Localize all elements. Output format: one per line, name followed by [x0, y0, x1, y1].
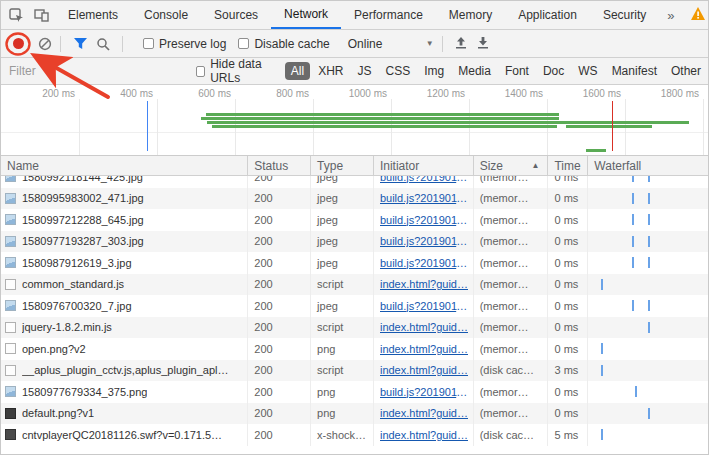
tab-elements[interactable]: Elements	[55, 1, 131, 29]
initiator-link[interactable]: index.html?guid…	[380, 343, 468, 355]
cell-name: 1580977679334_375.png	[1, 381, 247, 403]
hide-data-urls-checkbox[interactable]: Hide data URLs	[196, 57, 278, 85]
column-header-type[interactable]: Type	[310, 156, 373, 175]
filter-type-manifest[interactable]: Manifest	[606, 62, 663, 80]
waterfall-bar	[648, 300, 650, 311]
search-button[interactable]	[92, 37, 114, 51]
tab-network[interactable]: Network	[271, 1, 341, 29]
image-file-icon	[5, 193, 16, 204]
column-header-initiator[interactable]: Initiator	[373, 156, 473, 175]
cell-initiator: index.html?guid…	[373, 338, 473, 360]
grid-header: NameStatusTypeInitiatorSize▲TimeWaterfal…	[1, 156, 708, 176]
filter-type-xhr[interactable]: XHR	[312, 62, 349, 80]
filter-type-ws[interactable]: WS	[572, 62, 603, 80]
tab-application[interactable]: Application	[505, 1, 590, 29]
warning-icon[interactable]	[690, 6, 706, 25]
ruler-tick-label: 1400 ms	[483, 88, 543, 99]
tab-console[interactable]: Console	[131, 1, 201, 29]
table-row[interactable]: cntvplayerQC20181126.swf?v=0.171.5…200x-…	[1, 424, 708, 446]
filter-toggle-button[interactable]	[69, 37, 92, 50]
table-row[interactable]: 1580976700320_7.jpg200jpegbuild.js?20190…	[1, 295, 708, 317]
cell-type: jpeg	[310, 231, 373, 253]
clear-button[interactable]	[38, 37, 52, 51]
cell-waterfall	[587, 274, 708, 296]
waterfall-bar	[648, 193, 650, 204]
cell-size: (memor…	[473, 381, 548, 403]
chevron-down-icon: ▼	[426, 39, 434, 48]
funnel-icon	[73, 37, 88, 50]
initiator-link[interactable]: index.html?guid…	[380, 407, 468, 419]
filter-type-font[interactable]: Font	[499, 62, 535, 80]
column-header-size[interactable]: Size▲	[473, 156, 548, 175]
filter-input[interactable]	[9, 64, 164, 78]
network-overview[interactable]: 200 ms400 ms600 ms800 ms1000 ms1200 ms14…	[1, 85, 708, 156]
overview-bar	[201, 117, 559, 120]
column-header-time[interactable]: Time	[547, 156, 587, 175]
checkbox-box[interactable]	[196, 66, 205, 77]
filter-type-other[interactable]: Other	[665, 62, 707, 80]
table-row[interactable]: open.png?v2200pngindex.html?guid…(memor……	[1, 338, 708, 360]
cell-name: 1580992118144_425.jpg	[1, 176, 247, 188]
disable-cache-checkbox[interactable]: Disable cache	[238, 37, 329, 51]
waterfall-bar	[632, 176, 634, 182]
tab-memory[interactable]: Memory	[436, 1, 505, 29]
column-header-waterfall[interactable]: Waterfall	[587, 156, 708, 175]
throttling-dropdown[interactable]: Online ▼	[348, 37, 434, 51]
initiator-link[interactable]: build.js?2019011…	[380, 300, 473, 312]
image-file-icon	[5, 386, 16, 397]
initiator-link[interactable]: build.js?2019011…	[380, 176, 473, 183]
cell-name: 1580997212288_645.jpg	[1, 209, 247, 231]
initiator-link[interactable]: index.html?guid…	[380, 321, 468, 333]
table-row[interactable]: jquery-1.8.2.min.js200scriptindex.html?g…	[1, 317, 708, 339]
cell-waterfall	[587, 360, 708, 382]
toggle-device-toolbar-icon[interactable]	[34, 8, 49, 22]
cell-initiator: index.html?guid…	[373, 360, 473, 382]
table-row[interactable]: __aplus_plugin_cctv.js,aplus_plugin_apl……	[1, 360, 708, 382]
waterfall-bar	[601, 429, 603, 440]
column-header-status[interactable]: Status	[247, 156, 310, 175]
tab-sources[interactable]: Sources	[201, 1, 271, 29]
ruler-tick-label: 1600 ms	[561, 88, 621, 99]
table-row[interactable]: 1580977679334_375.png200pngbuild.js?2019…	[1, 381, 708, 403]
record-button[interactable]	[13, 38, 24, 49]
tab-security[interactable]: Security	[590, 1, 659, 29]
filter-type-img[interactable]: Img	[418, 62, 450, 80]
table-row[interactable]: 1580977193287_303.jpg200jpegbuild.js?201…	[1, 231, 708, 253]
initiator-link[interactable]: build.js?2019011…	[380, 192, 473, 204]
column-header-name[interactable]: Name	[1, 156, 247, 175]
initiator-link[interactable]: index.html?guid…	[380, 278, 468, 290]
table-row[interactable]: common_standard.js200scriptindex.html?gu…	[1, 274, 708, 296]
filter-type-media[interactable]: Media	[452, 62, 497, 80]
initiator-link[interactable]: build.js?2019011…	[380, 386, 473, 398]
cell-type: jpeg	[310, 188, 373, 210]
inspect-element-icon[interactable]	[9, 8, 24, 23]
preserve-log-checkbox[interactable]: Preserve log	[143, 37, 226, 51]
tab-performance[interactable]: Performance	[341, 1, 436, 29]
cell-type: jpeg	[310, 209, 373, 231]
filter-type-css[interactable]: CSS	[380, 62, 417, 80]
initiator-link[interactable]: index.html?guid…	[380, 364, 468, 376]
initiator-link[interactable]: build.js?2019011…	[380, 257, 473, 269]
table-row[interactable]: 1580997212288_645.jpg200jpegbuild.js?201…	[1, 209, 708, 231]
table-row[interactable]: 1580992118144_425.jpg200jpegbuild.js?201…	[1, 176, 708, 188]
initiator-link[interactable]: build.js?2019011…	[380, 235, 473, 247]
cell-size: (memor…	[473, 295, 548, 317]
overview-bar	[212, 125, 557, 128]
import-har-button[interactable]	[455, 36, 467, 52]
initiator-link[interactable]: index.html?guid…	[380, 429, 468, 441]
filter-type-js[interactable]: JS	[352, 62, 378, 80]
ruler-gridline	[703, 99, 704, 155]
initiator-link[interactable]: build.js?2019011…	[380, 214, 473, 226]
export-har-button[interactable]	[477, 36, 489, 52]
checkbox-box[interactable]	[143, 38, 154, 49]
table-row[interactable]: 1580995983002_471.jpg200jpegbuild.js?201…	[1, 188, 708, 210]
filter-type-doc[interactable]: Doc	[537, 62, 570, 80]
tab-bar: ElementsConsoleSourcesNetworkPerformance…	[1, 1, 708, 30]
table-row[interactable]: default.png?v1200pngindex.html?guid…(mem…	[1, 403, 708, 425]
cell-name: jquery-1.8.2.min.js	[1, 317, 247, 339]
checkbox-box[interactable]	[238, 38, 249, 49]
table-row[interactable]: 1580987912619_3.jpg200jpegbuild.js?20190…	[1, 252, 708, 274]
cell-size: (memor…	[473, 317, 548, 339]
filter-type-all[interactable]: All	[285, 62, 310, 80]
more-tabs-button[interactable]: »	[659, 1, 682, 29]
